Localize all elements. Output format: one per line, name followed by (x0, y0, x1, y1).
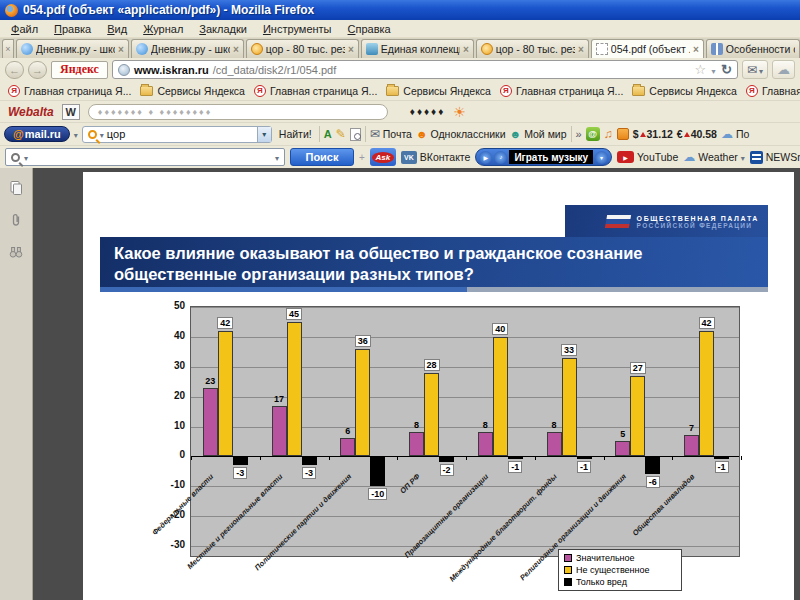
tab-dnevnik-1[interactable]: Дневник.ру - шко... × (16, 39, 129, 58)
odnoklassniki-link[interactable]: Одноклассники (416, 128, 506, 140)
usd-rate[interactable]: $ 31.12 (633, 128, 673, 140)
tab-close-icon[interactable]: × (578, 44, 584, 55)
menu-history[interactable]: Журнал (135, 22, 191, 36)
chevron-down-icon[interactable] (74, 128, 78, 140)
search-dropdown-icon[interactable] (257, 127, 271, 142)
chevron-down-icon[interactable] (100, 128, 104, 140)
mail-link[interactable]: Почта (370, 127, 412, 141)
separator (571, 126, 572, 142)
y-tick-label: 20 (143, 390, 185, 401)
music-icon[interactable] (604, 127, 613, 141)
mailru-search-input[interactable]: цор (82, 126, 272, 143)
find-button[interactable]: Найти! (276, 128, 315, 140)
cloud-button[interactable] (772, 60, 795, 79)
bookmark-star-icon[interactable] (694, 62, 706, 77)
search-icon (11, 153, 20, 162)
bookmark-yandex-home[interactable]: Главная страница Я... (5, 85, 134, 97)
weather-link[interactable]: По (721, 127, 749, 141)
forward-button[interactable]: → (28, 61, 47, 79)
page-search-icon[interactable] (350, 128, 361, 141)
bookmark-label: Главная страница Я... (762, 85, 800, 97)
sun-icon[interactable] (453, 104, 466, 120)
tab-collection[interactable]: Единая коллекци... × (361, 39, 474, 58)
tab-pdf-active[interactable]: 054.pdf (объект ... × (591, 39, 704, 58)
binoculars-search-icon[interactable] (5, 242, 27, 262)
webalta-search-input[interactable]: ♦♦♦♦♦♦♦ ♦ ♦♦♦♦♦♦♦♦ (88, 104, 388, 120)
tab-close-icon[interactable]: × (463, 44, 469, 55)
play-button[interactable] (479, 151, 492, 164)
back-button[interactable]: ← (5, 61, 24, 79)
bookmark-yandex-home[interactable]: Главная страница Я... (497, 85, 626, 97)
package-icon[interactable] (617, 128, 629, 140)
yandex-button[interactable]: Яндекс (51, 61, 108, 79)
newsru-label: NEWSru (766, 151, 800, 163)
youtube-link[interactable]: YouTube (617, 151, 678, 163)
mail-toolbar-button[interactable] (742, 60, 768, 79)
title-bar: 054.pdf (объект «application/pdf») - Moz… (0, 0, 800, 20)
bar-harm (302, 456, 317, 465)
weather-menu[interactable]: Weather (683, 150, 745, 164)
webalta-w-button[interactable]: W (62, 104, 80, 120)
splitter-icon[interactable] (359, 151, 365, 163)
url-bar[interactable]: www.iskran.ru /cd_data/disk2/r1/054.pdf (112, 60, 738, 79)
search-button[interactable]: Поиск (290, 148, 354, 166)
bookmark-yandex-services[interactable]: Сервисы Яндекса (137, 85, 248, 97)
url-dropdown-icon[interactable] (710, 64, 717, 76)
tab-search-1[interactable]: цор - 80 тыс. рез... × (246, 39, 359, 58)
menu-tools[interactable]: Инструменты (255, 22, 340, 36)
firefox-icon (5, 4, 18, 17)
bar-value-label: 27 (621, 362, 655, 374)
moymir-link[interactable]: Мой мир (510, 128, 567, 140)
weather-label: Weather (698, 151, 738, 163)
slide-title-banner: Какое влияние оказывают на общество и гр… (100, 237, 768, 287)
chevron-down-icon[interactable] (275, 151, 279, 163)
pencil-icon[interactable] (336, 127, 346, 141)
vkontakte-link[interactable]: VKВКонтакте (401, 151, 471, 164)
tab-dnevnik-2[interactable]: Дневник.ру - шко... × (131, 39, 244, 58)
overflow-chevron-icon[interactable] (576, 128, 582, 140)
y-tick-label: 10 (143, 420, 185, 431)
bookmark-yandex-home[interactable]: Главная страница Я... (743, 85, 800, 97)
menu-bookmarks[interactable]: Закладки (191, 22, 255, 36)
menu-view[interactable]: Вид (99, 22, 135, 36)
tab-close-icon[interactable]: × (693, 44, 699, 55)
bar-insignificant (493, 337, 508, 457)
menu-file[interactable]: Файл (3, 22, 46, 36)
tab-close-icon[interactable]: × (233, 44, 239, 55)
mailru-logo-button[interactable]: @ mail.ru (4, 126, 70, 142)
ask-search-input[interactable] (5, 148, 285, 166)
menu-help[interactable]: Справка (340, 22, 399, 36)
attachments-paperclip-icon[interactable] (5, 210, 27, 230)
window-title: 054.pdf (объект «application/pdf») - Moz… (23, 3, 314, 17)
pages-panel-icon[interactable] (5, 178, 27, 198)
reload-icon[interactable] (721, 62, 732, 77)
chevron-down-icon[interactable] (24, 151, 28, 163)
volume-button[interactable] (494, 151, 507, 164)
tab-close-icon[interactable]: × (348, 44, 354, 55)
pdf-page: ОБЩЕСТВЕННАЯ ПАЛАТА РОССИЙСКОЙ ФЕДЕРАЦИИ… (83, 172, 794, 600)
tab-partial[interactable]: × (2, 39, 14, 58)
bookmark-yandex-home[interactable]: Главная страница Я... (251, 85, 380, 97)
search-favicon (251, 43, 263, 55)
newsru-menu[interactable]: NEWSru (750, 151, 800, 164)
font-size-icon[interactable] (324, 128, 332, 140)
youtube-label: YouTube (637, 151, 678, 163)
bookmark-yandex-services[interactable]: Сервисы Яндекса (383, 85, 494, 97)
folder-icon (632, 86, 645, 96)
eur-symbol: € (677, 128, 683, 140)
eur-rate[interactable]: € 40.58 (677, 128, 717, 140)
ask-logo-button[interactable]: Ask (370, 148, 396, 166)
tab-osobennosti[interactable]: Особенности ста... (706, 39, 800, 58)
axis-tick (466, 456, 467, 460)
tab-label: Дневник.ру - шко... (151, 43, 230, 55)
music-dropdown-button[interactable] (595, 151, 608, 164)
tab-close-icon[interactable]: × (118, 44, 124, 55)
bookmark-yandex-services[interactable]: Сервисы Яндекса (629, 85, 740, 97)
tab-close-icon[interactable]: × (5, 44, 10, 54)
play-music-button[interactable]: Играть музыку (509, 150, 593, 164)
menu-edit[interactable]: Правка (46, 22, 99, 36)
agent-icon[interactable] (586, 127, 600, 141)
tab-label: цор - 80 тыс. рез... (266, 43, 345, 55)
bar-significant (272, 406, 287, 457)
tab-search-2[interactable]: цор - 80 тыс. рез... × (476, 39, 589, 58)
